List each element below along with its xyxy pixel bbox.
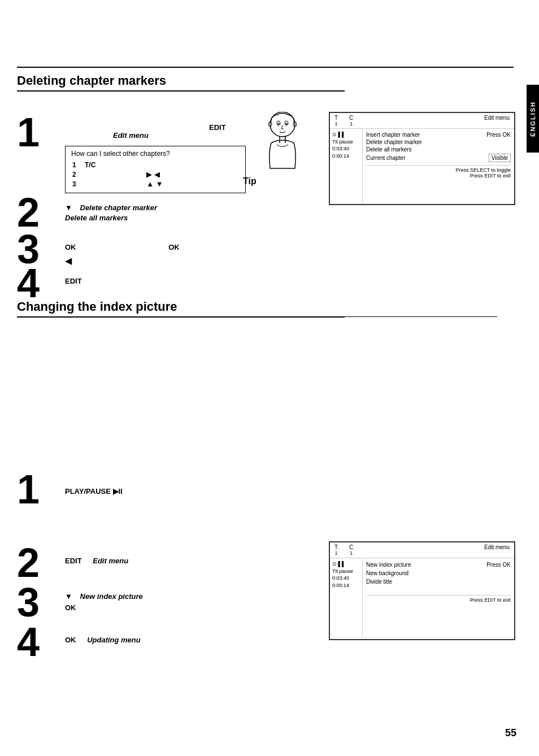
screen2-body: ⊙ ▌▌ Tit pause 0:03:40 0:00:14 New index… [330, 558, 514, 638]
section1-title: Deleting chapter markers [17, 73, 345, 92]
screen1-left-panel: ⊙ ▌▌ Tit pause 0:03:40 0:00:14 [330, 129, 363, 203]
screen1-tc: T 1 C 1 [334, 115, 353, 127]
step4b-number: 4 [17, 622, 40, 662]
step1-number: 1 [17, 112, 40, 153]
step3-ok1: OK [65, 243, 76, 251]
svg-point-3 [278, 123, 280, 125]
screen2-row3-label: Divide title [366, 579, 392, 585]
screen2-header: T 1 C 1 Edit menu [330, 542, 514, 558]
screen2-tc: T 1 C 1 [334, 544, 353, 556]
step1b-number: 1 [17, 469, 40, 510]
step2-text2: Delete all markers [65, 214, 128, 222]
step2-arrow: ▼ [65, 203, 72, 212]
screen2-edit-menu: Edit menu [484, 544, 510, 556]
screen1-c-num: 1 [349, 121, 353, 127]
screen2-row2-label: New background [366, 570, 408, 576]
screen1-t: T 1 [334, 115, 338, 127]
screen1-footer1-text: Press SELECT to toggle [366, 167, 511, 173]
step3-content: OK OK [65, 243, 180, 251]
screen2-row3: Divide title [366, 577, 511, 586]
screen2-row1-value: Press OK [486, 562, 511, 568]
screen2-t: T 1 [334, 544, 338, 556]
screen1-c: C 1 [349, 115, 353, 127]
step3b-content: ▼ New index picture [65, 592, 143, 601]
screen1-row3-label: Delete all markers [366, 146, 412, 153]
info-box: How can I select other chapters? 1 T/C 2… [65, 146, 246, 193]
screen1-main-panel: Insert chapter marker Press OK Delete ch… [363, 129, 514, 203]
svg-point-4 [286, 123, 288, 125]
screen2-footer-text: Press EDIT to exit [470, 597, 511, 603]
left2-icon-line1: ⊙ ▌▌ [332, 561, 360, 568]
screen2-t-label: T [334, 544, 338, 550]
english-label: ENGLISH [529, 101, 536, 137]
left2-icon-line2: Tit pause [332, 568, 360, 575]
screen2-footer: Press EDIT to exit [366, 595, 511, 603]
step3-back: ◀ [65, 255, 72, 266]
screen1-footer1: Press SELECT to toggle Press EDIT to exi… [366, 165, 511, 179]
visible-badge: Visible [489, 154, 511, 162]
screen2-c-num: 1 [349, 550, 353, 556]
step4b-ok: OK [65, 636, 76, 644]
left-icon-line4: 0:00:14 [332, 153, 360, 160]
left-icon-line3: 0:03:40 [332, 145, 360, 153]
screen2-row1: New index picture Press OK [366, 561, 511, 569]
step3-ok2: OK [168, 243, 180, 251]
screen1-row4-label: Current chapter [366, 155, 405, 161]
screen1-c-label: C [349, 115, 353, 121]
screen2-row1-label: New index picture [366, 562, 411, 568]
screen1-header: T 1 C 1 Edit menu [330, 113, 514, 129]
screen2-c-label: C [349, 544, 353, 550]
screen1-row2: Delete chapter marker [366, 138, 511, 146]
screen1-row2-label: Delete chapter marker [366, 139, 422, 145]
screen1-row4: Current chapter Visible [366, 153, 511, 163]
step1b-play: PLAY/PAUSE ▶II [65, 487, 123, 496]
step2-text1: Delete chapter marker [80, 203, 158, 212]
screen1-footer2-text: Press EDIT to exit [366, 173, 511, 179]
step4-number: 4 [17, 263, 40, 303]
screen1-row1-label: Insert chapter marker [366, 132, 420, 138]
page-number: 55 [505, 727, 516, 739]
screen2-t-num: 1 [334, 550, 338, 556]
info-row3-controls: ▲ ▼ [146, 180, 238, 188]
step4-edit: EDIT [65, 277, 82, 285]
screen2-c: C 1 [349, 544, 353, 556]
info-row-3: 3 ▲ ▼ [72, 180, 238, 188]
screen1-edit-menu: Edit menu [484, 115, 510, 127]
top-rule [17, 67, 514, 68]
character-svg [260, 112, 305, 174]
step2b-number: 2 [17, 542, 40, 583]
left-icon-line1: ⊙ ▌▌ [332, 131, 360, 138]
page-container: ENGLISH Deleting chapter markers 1 EDIT … [0, 0, 539, 756]
screen1-row1: Insert chapter marker Press OK [366, 131, 511, 138]
step4b-updating: Updating menu [87, 636, 141, 644]
step2b-edit: EDIT [65, 557, 82, 565]
character-figure [260, 112, 305, 174]
info-question: How can I select other chapters? [71, 150, 240, 158]
section1-screen: T 1 C 1 Edit menu ⊙ ▌▌ Tit pause 0:03:40… [329, 112, 515, 205]
step4b-content: OK Updating menu [65, 636, 141, 644]
step1-edit-label: EDIT [209, 123, 226, 132]
section2-screen: T 1 C 1 Edit menu ⊙ ▌▌ Tit pause 0:03:40… [329, 541, 515, 640]
step1-menu-label: Edit menu [113, 131, 149, 140]
left-icon-line2: Tit pause [332, 138, 360, 146]
screen1-t-label: T [334, 115, 338, 121]
step3b-new-index: New index picture [80, 592, 143, 601]
left2-icon-line3: 0:03:40 [332, 575, 360, 582]
section2-title: Changing the index picture [17, 299, 345, 318]
step2b-content: EDIT Edit menu [65, 557, 128, 565]
screen2-main-panel: New index picture Press OK New backgroun… [363, 558, 514, 638]
info-row1-label: T/C [85, 161, 145, 169]
info-row-1: 1 T/C [72, 161, 238, 169]
screen1-t-num: 1 [334, 121, 338, 127]
step3b-ok: OK [65, 603, 76, 612]
step3b-number: 3 [17, 582, 40, 623]
screen1-body: ⊙ ▌▌ Tit pause 0:03:40 0:00:14 Insert ch… [330, 129, 514, 203]
step2b-menu: Edit menu [93, 557, 128, 565]
screen1-row1-value: Press OK [486, 132, 511, 138]
english-side-tab: ENGLISH [527, 85, 539, 153]
left2-icon-line4: 0:00:14 [332, 582, 360, 589]
step2-content: ▼ Delete chapter marker [65, 203, 157, 212]
info-row2-controls: ▶ ◀ [146, 170, 238, 179]
screen2-row2: New background [366, 569, 511, 577]
step3b-arrow: ▼ [65, 592, 72, 601]
